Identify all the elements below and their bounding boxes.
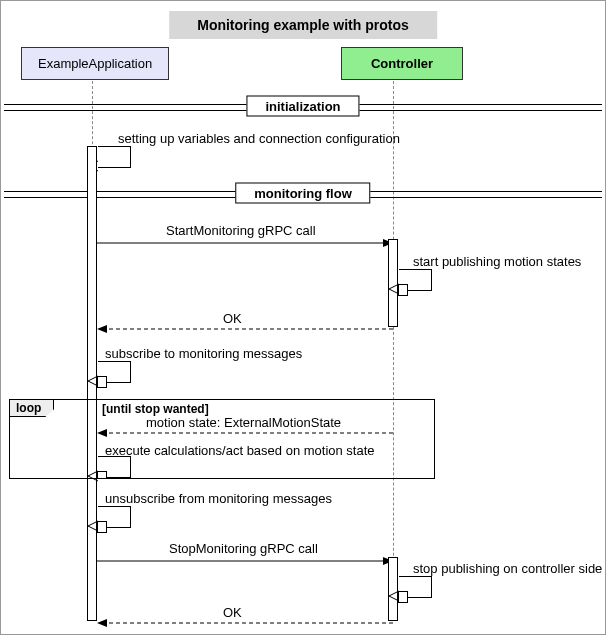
- msg-ok1: OK: [223, 311, 242, 326]
- diagram-title: Monitoring example with protos: [169, 11, 437, 39]
- svg-marker-3: [97, 325, 107, 333]
- msg-subscribe: subscribe to monitoring messages: [105, 346, 302, 361]
- participant-controller: Controller: [341, 47, 463, 80]
- msg-start-monitoring-call: StartMonitoring gRPC call: [166, 223, 316, 238]
- loop-condition: [until stop wanted]: [102, 402, 209, 416]
- divider-initialization: initialization: [246, 96, 359, 117]
- divider-monitoring: monitoring flow: [235, 183, 370, 204]
- msg-stop-monitoring-call: StopMonitoring gRPC call: [169, 541, 318, 556]
- msg-execute-calculations: execute calculations/act based on motion…: [105, 443, 375, 458]
- activation-ctrl-start: [388, 239, 398, 327]
- msg-motion-state: motion state: ExternalMotionState: [146, 415, 341, 430]
- lifeline-controller: [393, 81, 394, 621]
- loop-box: loop [until stop wanted]: [9, 399, 435, 479]
- self-msg-setup: [98, 146, 131, 168]
- activation-unsubscribe-small: [97, 521, 107, 533]
- msg-start-publishing: start publishing motion states: [413, 254, 581, 269]
- activation-ctrl-stop: [388, 557, 398, 621]
- sequence-diagram: Monitoring example with protos ExampleAp…: [0, 0, 606, 635]
- msg-stop-publishing: stop publishing on controller side: [413, 561, 602, 576]
- arrow-motion-state: [97, 429, 393, 437]
- activation-stop-pub-small: [398, 591, 408, 603]
- activation-ctrl-pub-small: [398, 284, 408, 296]
- svg-marker-9: [97, 619, 107, 627]
- activation-subscribe-small: [97, 376, 107, 388]
- arrow-ok1: [97, 325, 393, 333]
- svg-marker-5: [97, 429, 107, 437]
- activation-execute-small: [97, 471, 107, 479]
- msg-unsubscribe: unsubscribe from monitoring messages: [105, 491, 332, 506]
- loop-tag: loop: [9, 399, 54, 417]
- arrow-stop-monitoring: [97, 557, 393, 565]
- arrow-ok2: [97, 619, 393, 627]
- msg-setting-up-variables: setting up variables and connection conf…: [118, 131, 400, 146]
- arrow-start-monitoring: [97, 239, 393, 247]
- msg-ok2: OK: [223, 605, 242, 620]
- participant-example-application: ExampleApplication: [21, 47, 169, 80]
